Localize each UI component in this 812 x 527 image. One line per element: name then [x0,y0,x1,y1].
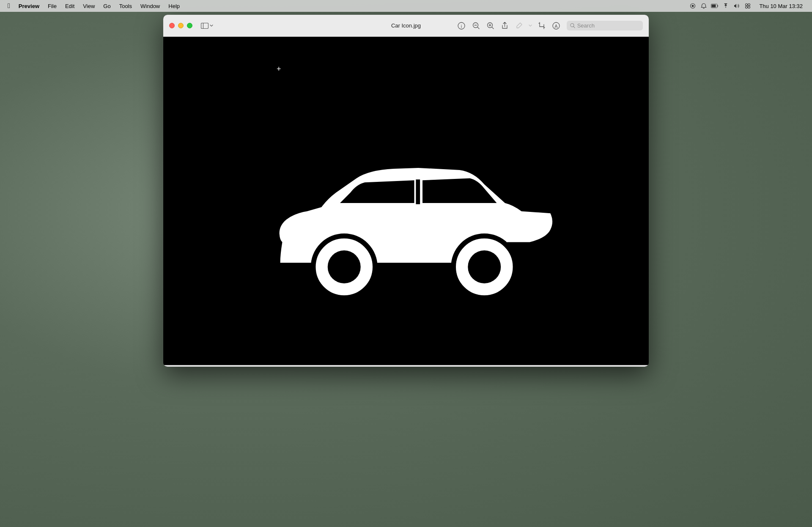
svg-rect-9 [201,23,208,28]
controlcenter-icon[interactable] [744,2,752,10]
datetime[interactable]: Thu 10 Mar 13:32 [755,1,807,11]
annotate-button[interactable]: A [550,19,562,32]
maximize-button[interactable] [187,23,192,28]
window-title: Car Icon.jpg [391,22,421,29]
wifi-icon[interactable] [722,2,730,10]
menubar-view[interactable]: View [79,1,99,11]
close-button[interactable] [169,23,175,28]
menubar-file[interactable]: File [44,1,61,11]
markup-button[interactable] [513,19,525,32]
svg-text:i: i [461,24,462,29]
menubar-left:  Preview File Edit View Go Tools Window… [0,1,184,11]
menubar-right: Thu 10 Mar 13:32 [689,1,812,11]
svg-line-15 [477,27,479,29]
svg-point-5 [746,4,748,6]
zoom-in-button[interactable] [484,19,497,32]
svg-point-1 [692,5,694,7]
svg-line-19 [492,27,494,29]
svg-point-7 [746,6,748,8]
desktop:  Preview File Edit View Go Tools Window… [0,0,812,527]
window-bottom-bar [163,365,649,367]
svg-rect-3 [718,5,719,7]
share-button[interactable] [498,19,511,32]
menubar-tools[interactable]: Tools [115,1,136,11]
menubar-edit[interactable]: Edit [61,1,79,11]
svg-point-26 [468,250,501,283]
traffic-lights [169,23,192,28]
menubar:  Preview File Edit View Go Tools Window… [0,0,812,12]
search-input[interactable] [577,22,639,29]
menubar-help[interactable]: Help [164,1,184,11]
svg-point-6 [748,4,750,6]
svg-rect-24 [416,179,420,204]
notification-icon[interactable] [700,2,708,10]
menubar-go[interactable]: Go [99,1,115,11]
sidebar-toggle[interactable] [198,21,216,30]
volume-icon[interactable] [733,2,741,10]
svg-text:A: A [554,24,558,29]
svg-line-23 [573,27,575,28]
car-image [163,37,649,365]
search-bar[interactable] [567,21,643,30]
toolbar-right: i [455,19,643,32]
apple-menu[interactable]:  [3,1,14,11]
crop-button[interactable] [535,19,548,32]
markup-chevron[interactable] [527,19,534,32]
screen-record-icon[interactable] [689,2,697,10]
content-area: + [163,37,649,365]
title-bar: Car Icon.jpg i [163,15,649,37]
preview-window: Car Icon.jpg i [163,15,649,367]
search-icon [570,23,575,28]
zoom-out-button[interactable] [469,19,482,32]
svg-point-8 [748,6,750,8]
battery-icon [711,2,719,10]
svg-point-28 [328,250,361,283]
menubar-window[interactable]: Window [136,1,164,11]
menubar-app-name[interactable]: Preview [14,1,44,11]
minimize-button[interactable] [178,23,184,28]
svg-rect-4 [712,5,716,8]
info-button[interactable]: i [455,19,468,32]
